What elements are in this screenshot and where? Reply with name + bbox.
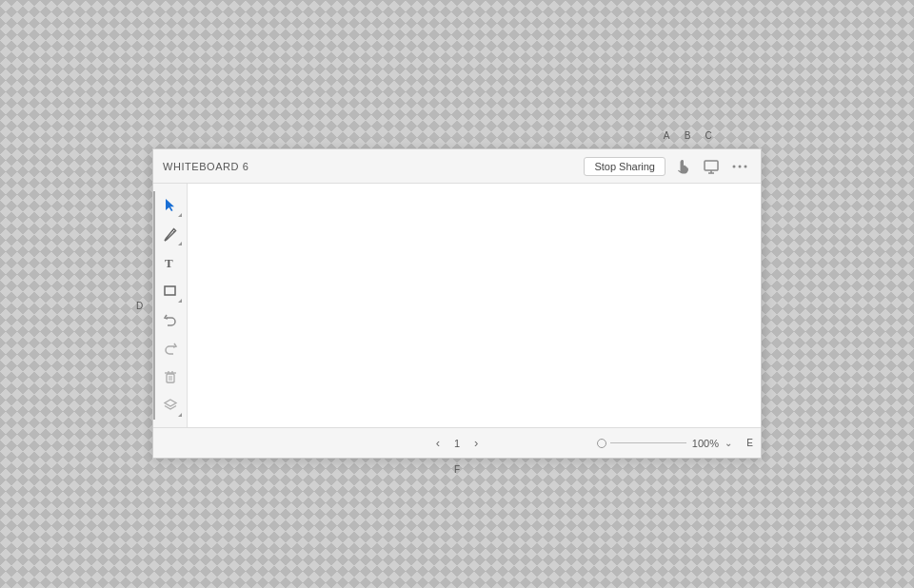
stop-sharing-button[interactable]: Stop Sharing bbox=[584, 157, 666, 176]
next-page-button[interactable]: › bbox=[470, 434, 482, 452]
svg-point-3 bbox=[733, 165, 736, 167]
touch-icon-button[interactable] bbox=[671, 156, 694, 177]
title-bar-actions: Stop Sharing bbox=[584, 156, 751, 177]
svg-rect-8 bbox=[165, 286, 175, 295]
svg-point-5 bbox=[745, 165, 747, 167]
display-icon-button[interactable] bbox=[700, 156, 723, 177]
page-navigation: ‹ 1 › bbox=[432, 434, 483, 452]
redo-button[interactable] bbox=[156, 334, 185, 363]
label-a: A bbox=[656, 130, 677, 141]
zoom-handle[interactable] bbox=[597, 439, 606, 448]
submenu-arrow bbox=[178, 299, 182, 303]
submenu-arrow bbox=[178, 413, 182, 417]
more-options-button[interactable] bbox=[728, 156, 751, 177]
svg-marker-6 bbox=[166, 199, 174, 211]
display-icon bbox=[704, 159, 719, 174]
shape-icon bbox=[163, 284, 178, 299]
whiteboard-window: A B C WHITEBOARD 6 Stop Sharing bbox=[152, 148, 762, 459]
hand-icon bbox=[675, 159, 690, 174]
label-e: E bbox=[746, 438, 753, 448]
svg-point-4 bbox=[739, 165, 742, 167]
trash-icon bbox=[163, 369, 178, 384]
zoom-percent: 100% bbox=[692, 438, 719, 449]
label-f: F bbox=[454, 464, 460, 475]
layers-icon bbox=[163, 398, 178, 413]
svg-rect-0 bbox=[705, 161, 718, 170]
main-area: D T bbox=[153, 184, 761, 427]
left-toolbar: T bbox=[153, 184, 188, 427]
label-c: C bbox=[698, 130, 719, 141]
submenu-arrow bbox=[178, 213, 182, 217]
undo-button[interactable] bbox=[156, 305, 185, 334]
text-tool-button[interactable]: T bbox=[156, 248, 185, 277]
window-title: WHITEBOARD 6 bbox=[163, 161, 248, 172]
undo-icon bbox=[163, 312, 178, 327]
delete-button[interactable] bbox=[156, 363, 185, 391]
pencil-icon bbox=[163, 226, 178, 242]
title-bar: WHITEBOARD 6 Stop Sharing bbox=[153, 149, 761, 184]
redo-icon bbox=[163, 341, 178, 356]
zoom-chevron-icon[interactable]: ⌄ bbox=[725, 438, 732, 448]
text-icon: T bbox=[163, 255, 178, 270]
submenu-arrow bbox=[178, 242, 182, 245]
label-d: D bbox=[136, 301, 143, 311]
cursor-icon bbox=[163, 198, 178, 213]
zoom-section: 100% ⌄ bbox=[597, 438, 732, 449]
pencil-tool-button[interactable] bbox=[156, 220, 185, 248]
svg-rect-9 bbox=[167, 374, 174, 382]
bottom-bar: ‹ 1 › 100% ⌄ E F bbox=[153, 427, 761, 458]
zoom-track bbox=[610, 442, 686, 443]
label-b: B bbox=[677, 130, 698, 141]
svg-text:T: T bbox=[165, 256, 173, 270]
abc-labels: A B C bbox=[656, 130, 719, 141]
zoom-slider[interactable] bbox=[597, 439, 686, 448]
canvas-area bbox=[188, 184, 761, 427]
shape-tool-button[interactable] bbox=[156, 277, 185, 305]
prev-page-button[interactable]: ‹ bbox=[432, 434, 444, 452]
page-number: 1 bbox=[449, 438, 465, 449]
select-tool-button[interactable] bbox=[156, 191, 185, 220]
layers-button[interactable] bbox=[156, 391, 185, 420]
more-icon bbox=[732, 159, 747, 174]
